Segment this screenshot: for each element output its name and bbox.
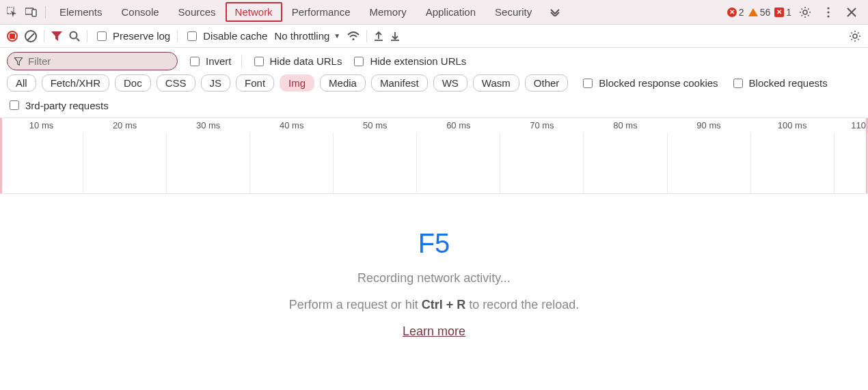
issues-count: 1 [786,7,791,18]
tab-sources[interactable]: Sources [169,2,226,22]
svg-point-3 [803,10,807,14]
blocked-response-cookies-checkbox[interactable]: Blocked response cookies [580,76,718,90]
chip-font[interactable]: Font [236,74,274,92]
svg-point-6 [827,15,829,17]
issues-counter[interactable]: ✕ 1 [774,7,791,18]
timeline-tick: 80 ms [584,118,667,133]
more-options-icon[interactable] [819,3,838,22]
import-har-icon[interactable] [390,31,400,42]
chip-ws[interactable]: WS [433,74,467,92]
chip-wasm[interactable]: Wasm [473,74,519,92]
network-conditions-icon[interactable] [347,31,360,41]
blocked-requests-label: Blocked requests [749,77,828,89]
throttling-label: No throttling [274,30,329,42]
timeline-tick: 50 ms [334,118,417,133]
recording-status: Recording network activity... [357,271,511,285]
tab-network[interactable]: Network [226,2,282,22]
timeline-tick: 60 ms [417,118,500,133]
third-party-requests-label: 3rd-party requests [25,100,109,111]
record-button[interactable] [7,31,18,42]
filter-icon[interactable] [51,31,62,41]
third-party-requests-checkbox[interactable]: 3rd-party requests [7,98,109,112]
blocked-response-cookies-label: Blocked response cookies [599,77,718,89]
disable-cache-label: Disable cache [203,30,267,42]
timeline-tick: 30 ms [167,118,250,133]
device-toolbar-icon[interactable] [22,3,41,22]
warnings-count: 56 [760,7,771,18]
svg-rect-2 [32,10,36,16]
instruction-text: Perform a request or hit Ctrl + R to rec… [289,298,580,312]
inspect-element-icon[interactable] [3,3,22,22]
empty-state: F5 Recording network activity... Perform… [0,194,868,339]
chevron-down-icon: ▼ [334,32,340,40]
svg-point-7 [70,31,77,38]
timeline-tick: 40 ms [250,118,334,133]
svg-point-8 [353,38,355,40]
tab-application[interactable]: Application [416,2,485,22]
search-icon[interactable] [69,31,80,42]
timeline-tick: 90 ms [668,118,751,133]
warning-badge-icon [748,8,758,16]
filter-input-container[interactable] [7,52,178,70]
chip-other[interactable]: Other [525,74,569,92]
hide-data-urls-label: Hide data URLs [270,55,342,67]
timeline-tick: 110 [835,118,868,133]
svg-point-9 [853,34,857,38]
clear-button[interactable] [25,30,37,42]
export-har-icon[interactable] [374,31,383,42]
chip-js[interactable]: JS [201,74,231,92]
error-badge-icon: ✕ [727,8,737,17]
preserve-log-label: Preserve log [113,30,170,42]
timeline-tick: 100 ms [751,118,835,133]
preserve-log-checkbox[interactable]: Preserve log [94,29,170,43]
svg-point-5 [827,11,829,13]
timeline-tick: 20 ms [83,118,167,133]
errors-counter[interactable]: ✕ 2 [727,7,744,18]
tab-console[interactable]: Console [112,2,169,22]
issue-badge-icon: ✕ [774,8,784,17]
invert-checkbox[interactable]: Invert [187,55,232,68]
chip-doc[interactable]: Doc [115,74,151,92]
learn-more-link[interactable]: Learn more [403,324,465,339]
chip-media[interactable]: Media [320,74,366,92]
hide-data-urls-checkbox[interactable]: Hide data URLs [252,55,342,68]
disable-cache-checkbox[interactable]: Disable cache [185,29,267,43]
more-tabs-icon[interactable] [545,3,565,22]
filter-input[interactable] [27,55,169,68]
funnel-icon [14,57,23,66]
hide-ext-urls-label: Hide extension URLs [370,55,466,67]
timeline-overview[interactable]: 10 ms 20 ms 30 ms 40 ms 50 ms 60 ms 70 m… [0,117,868,194]
timeline-tick: 10 ms [0,118,83,133]
chip-fetch-xhr[interactable]: Fetch/XHR [42,74,109,92]
tab-elements[interactable]: Elements [50,2,112,22]
throttling-select[interactable]: No throttling ▼ [274,30,340,42]
tab-performance[interactable]: Performance [282,2,360,22]
svg-point-4 [827,7,829,9]
timeline-tick: 70 ms [500,118,584,133]
invert-label: Invert [206,55,232,67]
chip-img[interactable]: Img [280,74,314,92]
warnings-counter[interactable]: 56 [748,7,771,18]
chip-css[interactable]: CSS [157,74,195,92]
shortcut-hint: F5 [418,228,450,259]
blocked-requests-checkbox[interactable]: Blocked requests [731,76,828,90]
tab-security[interactable]: Security [485,2,541,22]
close-devtools-icon[interactable] [842,3,861,22]
network-settings-icon[interactable] [849,30,861,42]
hide-extension-urls-checkbox[interactable]: Hide extension URLs [351,55,466,68]
devtools-tabs: Elements Console Sources Network Perform… [50,2,565,22]
settings-icon[interactable] [796,3,815,22]
chip-all[interactable]: All [7,74,36,92]
tab-memory[interactable]: Memory [360,2,416,22]
chip-manifest[interactable]: Manifest [371,74,428,92]
errors-count: 2 [739,7,744,18]
